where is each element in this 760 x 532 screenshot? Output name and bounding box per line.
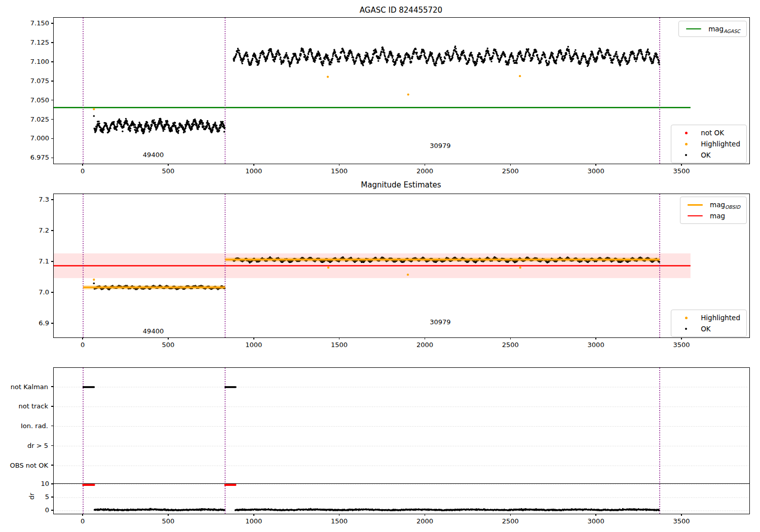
ok-points-series	[233, 46, 660, 67]
legend-swatch	[687, 215, 704, 216]
dr-ok-series	[94, 508, 660, 512]
x-tick-mark	[595, 164, 596, 166]
x-tick-label: 0	[62, 517, 103, 526]
obsid-annotation: 49400	[143, 151, 164, 159]
x-tick-label: 2000	[404, 167, 445, 176]
legend-mid-markers: HighlightedOK	[671, 310, 747, 337]
legend-marker-dot	[685, 143, 688, 145]
x-tick-mark	[425, 337, 426, 339]
legend-label: OK	[701, 325, 710, 333]
x-tick-mark	[168, 514, 169, 516]
y-tick-mark	[51, 230, 53, 231]
x-tick-label: 1000	[234, 517, 274, 526]
x-tick-mark	[168, 164, 169, 166]
ok-points-series	[94, 118, 226, 134]
y-tick-mark	[51, 261, 53, 262]
y-tick-label: 7.150	[18, 19, 49, 28]
x-tick-label: 0	[62, 340, 103, 350]
ok-outlier-point	[93, 282, 95, 284]
x-tick-mark	[168, 337, 169, 339]
y-tick-label: 6.975	[18, 153, 49, 162]
y-tick-label: 7.1	[18, 257, 49, 266]
highlighted-point	[519, 75, 521, 77]
x-tick-mark	[681, 514, 682, 516]
legend-swatch	[677, 154, 695, 156]
legend-label: OK	[701, 151, 710, 159]
y-tick-mark	[51, 61, 53, 62]
agasc-magnitude-report-figure: AGASC ID 824455720 Magnitude Estimates d…	[0, 0, 760, 532]
legend-swatch	[677, 132, 695, 134]
y-tick-label: 7.2	[18, 226, 49, 235]
highlighted-point	[93, 279, 95, 281]
ok-outlier-point	[93, 115, 95, 117]
obsid-annotation: 30979	[430, 142, 450, 149]
legend-item: OK	[676, 323, 741, 334]
y-tick-mark	[51, 138, 53, 139]
x-tick-label: 3000	[576, 517, 616, 526]
legend-swatch	[677, 317, 695, 319]
y-tick-mark	[51, 323, 53, 324]
legend-mag-obsid: magOBSIDmag	[680, 197, 747, 224]
obsid-annotation: 30979	[430, 318, 450, 325]
legend-mag-agasc: magAGASC	[678, 21, 747, 37]
x-tick-mark	[681, 164, 682, 166]
x-tick-label: 2500	[490, 517, 530, 526]
y-tick-mark	[51, 199, 53, 200]
x-tick-label: 1500	[319, 167, 360, 176]
x-tick-label: 1500	[319, 340, 360, 350]
flag-tick-mark	[51, 386, 53, 387]
x-tick-mark	[510, 514, 511, 516]
x-tick-mark	[425, 164, 426, 166]
y-tick-mark	[51, 100, 53, 101]
highlighted-point	[327, 76, 329, 78]
legend-item: mag	[686, 210, 741, 221]
x-tick-label: 3500	[661, 517, 702, 526]
x-tick-mark	[595, 337, 596, 339]
y-tick-mark	[51, 292, 53, 293]
y-tick-label: 7.025	[18, 115, 49, 124]
x-tick-label: 3000	[576, 167, 616, 176]
flag-row-label: Ion. rad.	[0, 421, 48, 431]
legend-marker-dot	[685, 317, 688, 319]
flag-tick-mark	[51, 465, 53, 466]
x-tick-label: 2500	[490, 340, 530, 350]
legend-item: Highlighted	[676, 138, 741, 149]
middle-plot-title: Magnitude Estimates	[53, 180, 749, 189]
x-tick-mark	[339, 337, 340, 339]
magnitude-estimates-plot	[53, 194, 750, 338]
flag-row-label: dr > 5	[0, 441, 48, 450]
legend-label: Highlighted	[701, 314, 740, 322]
y-tick-mark	[51, 158, 53, 159]
y-tick-mark	[51, 42, 53, 43]
dr-tick-label: 0	[18, 506, 49, 515]
legend-item: not OK	[676, 127, 741, 138]
y-tick-label: 6.9	[18, 319, 49, 328]
legend-marker-dot	[685, 154, 687, 156]
plot-canvas	[54, 18, 749, 164]
plot-canvas	[54, 194, 749, 337]
legend-item: OK	[676, 149, 741, 161]
x-tick-label: 1000	[234, 167, 274, 176]
y-tick-label: 7.100	[18, 57, 49, 66]
flag-tick-mark	[51, 426, 53, 427]
x-tick-mark	[339, 514, 340, 516]
x-tick-label: 3500	[661, 167, 702, 176]
highlighted-point	[519, 267, 521, 269]
legend-label: mag	[710, 212, 725, 220]
legend-label: magAGASC	[708, 25, 740, 33]
x-tick-mark	[595, 514, 596, 516]
flag-row-label: OBS not OK	[0, 461, 48, 470]
legend-line-sample	[688, 204, 703, 206]
dr-tick-mark	[51, 510, 53, 511]
y-tick-mark	[51, 119, 53, 120]
x-tick-label: 500	[148, 167, 188, 176]
x-tick-label: 2500	[490, 167, 530, 176]
flag-tick-mark	[51, 406, 53, 407]
x-tick-mark	[82, 337, 83, 339]
obsid-annotation: 49400	[143, 327, 164, 335]
highlighted-point	[407, 93, 409, 95]
y-tick-label: 7.3	[18, 195, 49, 204]
legend-item: Highlighted	[676, 312, 741, 323]
flag-row-label: not track	[0, 401, 48, 411]
legend-label: magOBSID	[710, 201, 740, 209]
